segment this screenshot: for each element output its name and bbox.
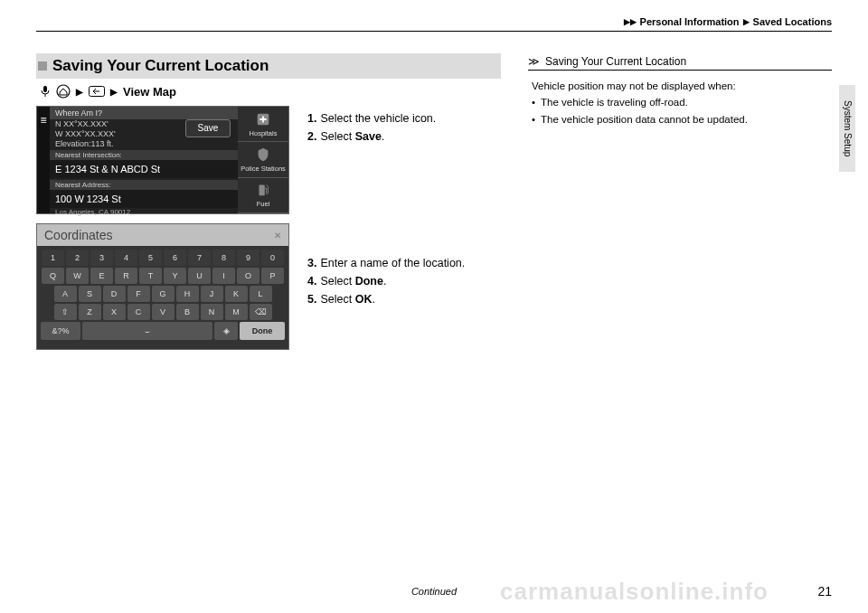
back-icon xyxy=(89,86,105,97)
screenshot-keyboard: Coordinates ✕ 1 2 3 4 5 6 7 xyxy=(36,223,289,350)
info-heading: ≫ Saving Your Current Location xyxy=(528,55,832,71)
key[interactable]: Y xyxy=(164,268,186,284)
save-button[interactable]: Save xyxy=(185,119,231,137)
key-row-2: A S D F G H J K L xyxy=(41,286,285,302)
key[interactable]: 5 xyxy=(139,250,162,266)
step-num: 3. xyxy=(307,254,316,272)
menu-icon[interactable]: ≡ xyxy=(37,107,50,213)
key[interactable]: 3 xyxy=(90,250,113,266)
key-row-bottom: &?% ⌣ ◈ Done xyxy=(41,322,285,340)
close-icon[interactable]: ✕ xyxy=(274,231,281,240)
key[interactable]: 6 xyxy=(164,250,186,266)
bullet-icon: • xyxy=(532,111,535,127)
key[interactable]: E xyxy=(90,268,113,284)
step-2: 2. Select Save. xyxy=(307,127,501,146)
t-bold: Done xyxy=(355,275,383,288)
square-bullet-icon xyxy=(38,61,47,71)
step-text: Select Done. xyxy=(320,272,386,290)
fuel-button[interactable]: Fuel xyxy=(238,178,288,213)
key[interactable]: T xyxy=(139,268,162,284)
t-bold: OK xyxy=(355,293,373,306)
key[interactable]: N xyxy=(201,304,223,320)
key[interactable]: 8 xyxy=(212,250,235,266)
key[interactable]: J xyxy=(201,286,223,302)
t-bold: Save xyxy=(355,130,382,143)
continued-label: Continued xyxy=(411,586,457,597)
page-header: ▶▶ Personal Information ▶ Saved Location… xyxy=(36,16,832,32)
key[interactable]: U xyxy=(188,268,211,284)
key[interactable]: S xyxy=(79,286,101,302)
key[interactable]: H xyxy=(176,286,199,302)
key[interactable]: C xyxy=(127,304,150,320)
nearest-address[interactable]: 100 W 1234 St xyxy=(50,190,238,208)
hospitals-button[interactable]: Hospitals xyxy=(238,107,288,142)
nearest-intersection[interactable]: E 1234 St & N ABCD St xyxy=(50,160,238,178)
voice-icon xyxy=(40,85,51,98)
info-bullet: • The vehicle position data cannot be up… xyxy=(532,111,832,127)
step-text: Select OK. xyxy=(320,290,374,308)
backspace-key[interactable]: ⌫ xyxy=(250,304,272,320)
shift-key[interactable]: ⇧ xyxy=(54,304,77,320)
done-button[interactable]: Done xyxy=(240,322,285,340)
key[interactable]: 9 xyxy=(237,250,259,266)
key[interactable]: 1 xyxy=(42,250,64,266)
info-line: Vehicle position may not be displayed wh… xyxy=(532,78,832,94)
step-4: 4. Select Done. xyxy=(307,272,501,290)
key[interactable]: W xyxy=(66,268,89,284)
hospitals-label: Hospitals xyxy=(250,129,278,137)
police-button[interactable]: Police Stations xyxy=(238,142,288,177)
key[interactable]: K xyxy=(225,286,248,302)
key[interactable]: 4 xyxy=(115,250,137,266)
breadcrumb-1: Personal Information xyxy=(640,16,740,27)
key[interactable]: 7 xyxy=(188,250,211,266)
breadcrumb-sep-icon: ▶ xyxy=(743,17,750,26)
key[interactable]: Q xyxy=(42,268,64,284)
key[interactable]: Z xyxy=(79,304,101,320)
key[interactable]: V xyxy=(152,304,175,320)
t: . xyxy=(372,293,374,306)
police-icon xyxy=(255,146,271,163)
step-num: 1. xyxy=(307,109,316,127)
key[interactable]: O xyxy=(237,268,259,284)
step-3: 3. Enter a name of the location. xyxy=(307,254,501,272)
key-row-num: 1 2 3 4 5 6 7 8 9 0 xyxy=(41,250,285,266)
key[interactable]: B xyxy=(176,304,199,320)
key[interactable]: A xyxy=(54,286,77,302)
t: . xyxy=(383,275,386,288)
key[interactable]: X xyxy=(103,304,126,320)
nearest-address-label: Nearest Address: xyxy=(50,180,238,190)
space-key[interactable]: ⌣ xyxy=(82,322,212,340)
t: . xyxy=(382,130,384,143)
key[interactable]: F xyxy=(127,286,150,302)
step-num: 2. xyxy=(307,127,316,146)
key[interactable]: R xyxy=(115,268,137,284)
section-title-text: Saving Your Current Location xyxy=(52,57,269,75)
key[interactable]: M xyxy=(225,304,248,320)
key-row-3: ⇧ Z X C V B N M ⌫ xyxy=(41,304,285,320)
key[interactable]: L xyxy=(250,286,272,302)
elevation: Elevation:113 ft. xyxy=(50,139,238,149)
key[interactable]: P xyxy=(261,268,284,284)
mic-key[interactable]: ◈ xyxy=(214,322,238,340)
page-number: 21 xyxy=(817,584,832,599)
info-bullet: • The vehicle is traveling off-road. xyxy=(532,94,832,110)
info-heading-text: Saving Your Current Location xyxy=(545,55,686,68)
info-bullet-text: The vehicle position data cannot be upda… xyxy=(541,111,748,127)
bullet-icon: • xyxy=(532,94,535,110)
note-icon: ≫ xyxy=(528,55,540,68)
t: Select xyxy=(320,130,354,143)
svg-point-2 xyxy=(57,85,70,98)
key[interactable]: 2 xyxy=(66,250,89,266)
key-row-1: Q W E R T Y U I O P xyxy=(41,268,285,284)
path-view-map: View Map xyxy=(123,85,176,99)
police-label: Police Stations xyxy=(241,165,286,173)
key[interactable]: 0 xyxy=(261,250,284,266)
t: Select xyxy=(320,293,354,306)
nav-path: ▶ ▶ View Map xyxy=(36,84,501,99)
key[interactable]: G xyxy=(152,286,175,302)
step-1: 1. Select the vehicle icon. xyxy=(307,109,501,127)
breadcrumb-2: Saved Locations xyxy=(753,16,832,27)
key[interactable]: D xyxy=(103,286,126,302)
symbols-key[interactable]: &?% xyxy=(41,322,80,340)
key[interactable]: I xyxy=(212,268,235,284)
